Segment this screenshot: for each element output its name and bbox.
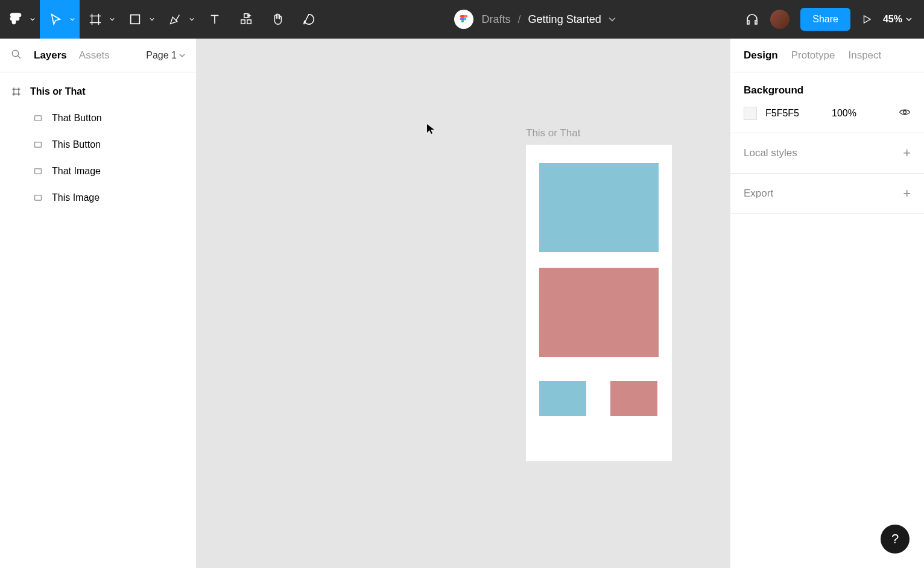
search-icon (11, 49, 22, 60)
layer-frame-label: This or That (30, 86, 86, 97)
layer-item[interactable]: This Button (0, 131, 196, 158)
canvas-this-image[interactable] (539, 163, 659, 252)
rectangle-icon (33, 192, 43, 203)
breadcrumb-separator: / (518, 13, 521, 26)
help-button[interactable]: ? (881, 525, 910, 554)
help-icon: ? (891, 531, 899, 547)
pen-tool-icon (168, 13, 182, 26)
canvas[interactable]: This or That (197, 39, 730, 568)
chevron-down-icon (30, 17, 35, 22)
chevron-down-icon (179, 52, 185, 58)
tab-layers[interactable]: Layers (34, 49, 67, 62)
chevron-down-icon (150, 17, 154, 22)
figma-menu-button[interactable] (0, 0, 40, 39)
svg-line-13 (17, 55, 21, 58)
present-button[interactable] (861, 14, 872, 25)
left-panel: Layers Assets Page 1 This or That That B… (0, 39, 197, 568)
tab-design[interactable]: Design (744, 49, 778, 62)
svg-rect-6 (241, 20, 245, 24)
frame-tool-button[interactable] (80, 0, 119, 39)
hand-tool-button[interactable] (262, 0, 293, 39)
layer-frame[interactable]: This or That (0, 78, 196, 105)
right-panel-tabs: Design Prototype Inspect (730, 39, 924, 72)
background-section: Background F5F5F5 100% (730, 72, 924, 133)
eye-icon (899, 106, 911, 118)
left-panel-tabs: Layers Assets Page 1 (0, 39, 196, 72)
search-button[interactable] (11, 49, 22, 62)
figma-logo-icon (10, 11, 22, 28)
layer-item-label: That Image (52, 166, 101, 177)
audio-button[interactable] (745, 12, 759, 27)
add-export-button[interactable]: + (903, 186, 911, 201)
text-tool-icon (208, 13, 221, 26)
main-area: Layers Assets Page 1 This or That That B… (0, 39, 924, 568)
resources-icon (239, 13, 253, 26)
chevron-down-icon (906, 16, 912, 22)
tab-prototype[interactable]: Prototype (791, 49, 835, 62)
toolbar-center: Drafts / Getting Started (324, 0, 745, 39)
visibility-toggle[interactable] (899, 106, 911, 121)
tab-assets[interactable]: Assets (79, 49, 110, 62)
background-row: F5F5F5 100% (744, 106, 911, 121)
figma-logo-icon (460, 13, 468, 25)
svg-rect-5 (131, 15, 140, 24)
text-tool-button[interactable] (199, 0, 230, 39)
background-title: Background (744, 84, 911, 96)
canvas-that-image[interactable] (539, 268, 659, 357)
canvas-this-button[interactable] (539, 381, 586, 416)
chevron-down-icon (189, 17, 194, 22)
chevron-down-icon (70, 17, 75, 22)
rectangle-icon (33, 166, 43, 177)
svg-point-22 (903, 111, 907, 114)
layer-item-label: This Button (52, 139, 101, 150)
artboard[interactable] (526, 145, 672, 461)
canvas-that-button[interactable] (610, 381, 657, 416)
top-toolbar: Drafts / Getting Started Share 45% (0, 0, 924, 39)
layer-item[interactable]: That Image (0, 158, 196, 185)
avatar[interactable] (770, 10, 790, 29)
cursor-icon (426, 123, 435, 135)
background-opacity[interactable]: 100% (832, 108, 856, 119)
svg-point-12 (12, 50, 19, 57)
chevron-down-icon[interactable] (609, 16, 616, 23)
pen-tool-button[interactable] (159, 0, 199, 39)
breadcrumb-file[interactable]: Getting Started (528, 13, 601, 26)
hand-tool-icon (271, 13, 284, 26)
layer-item-label: That Button (52, 113, 102, 124)
layer-item[interactable]: This Image (0, 185, 196, 211)
canvas-frame-label[interactable]: This or That (526, 127, 580, 139)
shape-tool-button[interactable] (119, 0, 159, 39)
add-local-style-button[interactable]: + (903, 145, 911, 161)
export-title: Export (744, 188, 773, 200)
comment-icon (302, 13, 315, 26)
zoom-control[interactable]: 45% (883, 14, 912, 25)
breadcrumb-folder[interactable]: Drafts (482, 13, 511, 26)
layers-tree: This or That That Button This Button Tha… (0, 72, 196, 211)
breadcrumb[interactable]: Drafts / Getting Started (482, 13, 616, 26)
right-panel: Design Prototype Inspect Background F5F5… (730, 39, 924, 568)
file-icon (454, 10, 473, 29)
page-selector[interactable]: Page 1 (146, 50, 185, 61)
svg-rect-7 (247, 20, 251, 24)
comment-tool-button[interactable] (293, 0, 324, 39)
background-hex[interactable]: F5F5F5 (765, 108, 799, 119)
zoom-value: 45% (883, 14, 902, 25)
svg-point-0 (16, 17, 19, 21)
layer-item[interactable]: That Button (0, 105, 196, 131)
svg-rect-18 (35, 116, 42, 121)
color-swatch[interactable] (744, 107, 757, 120)
chevron-down-icon (110, 17, 115, 22)
svg-point-11 (464, 17, 466, 20)
rectangle-icon (33, 113, 43, 124)
tab-inspect[interactable]: Inspect (848, 49, 881, 62)
export-section: Export + (730, 174, 924, 214)
rectangle-tool-icon (128, 13, 142, 26)
share-button[interactable]: Share (800, 8, 850, 31)
resources-tool-button[interactable] (230, 0, 262, 39)
svg-rect-21 (35, 195, 42, 200)
move-tool-button[interactable] (40, 0, 80, 39)
tool-group-left (0, 0, 324, 39)
page-label: Page 1 (146, 50, 177, 61)
frame-icon (11, 86, 22, 97)
frame-tool-icon (89, 13, 102, 26)
